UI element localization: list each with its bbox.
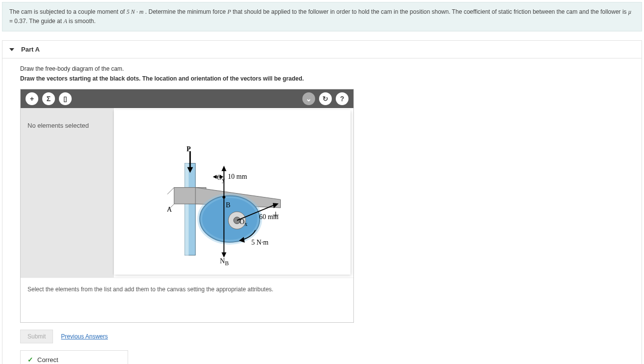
selection-status: No elements selected xyxy=(27,122,107,129)
selection-sidebar: No elements selected xyxy=(21,108,114,278)
label-b: B xyxy=(226,201,230,209)
refresh-icon: ↻ xyxy=(322,95,328,103)
svg-marker-14 xyxy=(221,166,226,171)
instruction-2: Draw the vectors starting at the black d… xyxy=(20,75,624,82)
problem-statement: The cam is subjected to a couple moment … xyxy=(2,2,642,31)
part-a-header[interactable]: Part A xyxy=(2,41,642,58)
problem-text-mid1: . Determine the minimum force xyxy=(145,8,227,15)
problem-var-p: P xyxy=(227,8,231,15)
part-a-section: Part A Draw the free-body diagram of the… xyxy=(2,40,642,364)
svg-line-3 xyxy=(167,188,174,195)
diagram-svg xyxy=(114,110,350,275)
part-a-body: Draw the free-body diagram of the cam. D… xyxy=(2,58,642,364)
canvas-area: No elements selected xyxy=(21,108,353,278)
help-icon: ? xyxy=(340,95,345,103)
feedback-box: ✓ Correct xyxy=(20,350,128,364)
label-oy: Oy xyxy=(217,174,225,183)
drawing-canvas[interactable]: P A B Oy Ox NB 10 mm 60 mm 5 N·m xyxy=(114,110,350,275)
problem-text-pre: The cam is subjected to a couple moment … xyxy=(9,8,127,15)
check-icon: ✓ xyxy=(27,356,33,364)
dropdown-button[interactable]: ⌄ xyxy=(302,92,315,105)
problem-text-post: is smooth. xyxy=(69,18,96,25)
label-10mm: 10 mm xyxy=(228,173,247,181)
refresh-button[interactable]: ↻ xyxy=(319,92,332,105)
instruction-1: Draw the free-body diagram of the cam. xyxy=(20,65,624,72)
label-p: P xyxy=(187,145,191,153)
canvas-frame: + Σ ▯ ⌄ ↻ ? No elements selected xyxy=(20,89,354,323)
plus-icon: + xyxy=(30,95,34,103)
label-nb: NB xyxy=(220,257,229,267)
svg-marker-21 xyxy=(213,175,217,179)
label-a: A xyxy=(167,206,172,214)
sum-button[interactable]: Σ xyxy=(42,92,55,105)
delete-button[interactable]: ▯ xyxy=(59,92,72,105)
svg-marker-16 xyxy=(221,252,226,258)
canvas-hint: Select the elements from the list and ad… xyxy=(21,278,353,322)
part-a-title: Part A xyxy=(21,46,40,53)
svg-rect-1 xyxy=(185,164,188,255)
canvas-toolbar: + Σ ▯ ⌄ ↻ ? xyxy=(21,89,353,108)
problem-mu-eq: = 0.37. The guide at xyxy=(9,18,63,25)
problem-moment: 5 N · m xyxy=(127,8,144,15)
trash-icon: ▯ xyxy=(63,95,67,103)
feedback-text: Correct xyxy=(37,356,58,364)
help-button[interactable]: ? xyxy=(336,92,349,105)
previous-answers-link[interactable]: Previous Answers xyxy=(61,333,107,340)
label-moment: 5 N·m xyxy=(251,239,268,247)
chevron-down-icon: ⌄ xyxy=(306,95,312,103)
label-60mm: 60 mm xyxy=(259,213,278,221)
add-element-button[interactable]: + xyxy=(26,92,38,105)
caret-down-icon xyxy=(9,48,14,51)
label-ox: Ox xyxy=(240,218,247,227)
problem-var-a: A xyxy=(63,18,67,25)
action-row: Submit Previous Answers xyxy=(20,330,624,343)
problem-mu: μ xyxy=(628,8,631,15)
sigma-icon: Σ xyxy=(47,95,51,103)
problem-text-mid2: that should be applied to the follower i… xyxy=(233,8,628,15)
submit-button[interactable]: Submit xyxy=(20,330,53,343)
